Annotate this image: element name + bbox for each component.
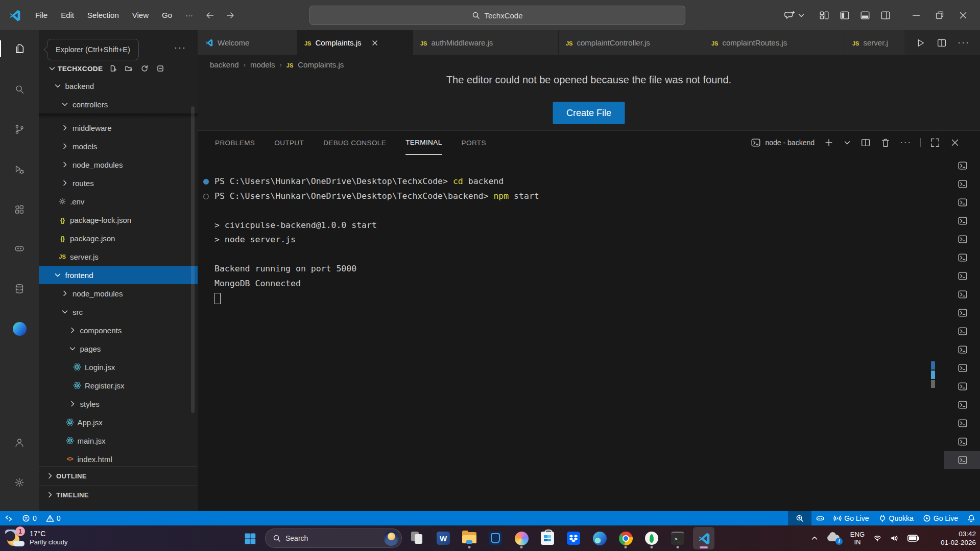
tab-Welcome[interactable]: Welcome bbox=[198, 30, 297, 55]
run-button[interactable] bbox=[915, 37, 926, 49]
breadcrumb-item[interactable]: Complaints.js bbox=[298, 60, 344, 69]
tree-item-Appjsx[interactable]: App.jsx bbox=[39, 413, 198, 431]
sidebar-scrollbar[interactable] bbox=[191, 106, 195, 413]
terminal-tab-icon[interactable] bbox=[944, 267, 980, 285]
tree-item-serverjs[interactable]: JSserver.js bbox=[39, 247, 198, 266]
tree-item-mainjsx[interactable]: main.jsx bbox=[39, 431, 198, 450]
menu-edit[interactable]: Edit bbox=[54, 0, 81, 30]
terminal-tab-icon[interactable] bbox=[944, 285, 980, 304]
status-quokka[interactable]: Quokka bbox=[874, 511, 918, 525]
nav-back-icon[interactable] bbox=[204, 10, 216, 21]
tray-chevron-up-icon[interactable] bbox=[810, 534, 819, 542]
activity-account[interactable] bbox=[0, 429, 39, 456]
split-editor-button[interactable] bbox=[936, 37, 947, 49]
taskbar-search[interactable]: Search bbox=[265, 529, 402, 548]
terminal-output[interactable]: PS C:\Users\Hunkar\OneDrive\Desktop\Tech… bbox=[204, 174, 539, 306]
clock[interactable]: 03:42 01-02-2026 bbox=[941, 525, 976, 551]
tree-item-routes[interactable]: routes bbox=[39, 174, 198, 192]
copilot-chat-button[interactable] bbox=[784, 10, 805, 21]
toggle-secondary-sidebar-icon[interactable] bbox=[880, 10, 891, 21]
terminal-tab-icon[interactable] bbox=[944, 414, 980, 432]
menu-view[interactable]: View bbox=[126, 0, 155, 30]
activity-run-debug[interactable] bbox=[0, 156, 39, 183]
terminal-tab-icon[interactable] bbox=[944, 432, 980, 451]
tree-item-pages[interactable]: pages bbox=[39, 339, 198, 358]
create-file-button[interactable]: Create File bbox=[553, 102, 625, 124]
breadcrumb-item[interactable]: backend bbox=[210, 60, 239, 69]
menu-go[interactable]: Go bbox=[155, 0, 179, 30]
terminal-tab-icon[interactable] bbox=[944, 396, 980, 414]
taskbar-dropbox[interactable] bbox=[563, 527, 584, 549]
taskbar-chrome[interactable] bbox=[615, 527, 636, 549]
restore-button[interactable] bbox=[928, 0, 951, 30]
terminal-tab-icon[interactable] bbox=[944, 377, 980, 396]
taskbar-blue-app[interactable] bbox=[485, 527, 506, 549]
activity-search[interactable] bbox=[0, 76, 39, 103]
status-go-live[interactable]: Go Live bbox=[829, 511, 873, 525]
workspace-section-header[interactable]: TECHXCODE bbox=[39, 60, 198, 77]
activity-edge-browser[interactable] bbox=[0, 315, 39, 342]
taskbar-mongodb-compass[interactable] bbox=[641, 527, 662, 549]
status-warnings[interactable]: 0 bbox=[41, 511, 65, 525]
onedrive-icon[interactable]: i bbox=[827, 533, 842, 543]
taskbar-photos[interactable] bbox=[407, 527, 428, 549]
wifi-icon[interactable] bbox=[873, 534, 881, 542]
panel-tab-ports[interactable]: PORTS bbox=[462, 131, 486, 154]
start-button[interactable] bbox=[239, 527, 260, 549]
status-go-live-2[interactable]: Go Live bbox=[918, 511, 963, 525]
taskbar-copilot[interactable] bbox=[511, 527, 532, 549]
tree-item-middleware[interactable]: middleware bbox=[39, 119, 198, 137]
split-terminal-button[interactable] bbox=[860, 137, 871, 148]
panel-more-actions[interactable]: ··· bbox=[900, 137, 912, 148]
terminal-tab-icon[interactable] bbox=[944, 193, 980, 212]
panel-tab-output[interactable]: OUTPUT bbox=[274, 131, 304, 154]
terminal-dropdown-button[interactable] bbox=[843, 139, 851, 147]
terminal-tab-icon[interactable] bbox=[944, 212, 980, 230]
tab-complaintRoutesjs[interactable]: JScomplaintRoutes.js bbox=[704, 30, 845, 55]
taskbar-word[interactable]: W bbox=[433, 527, 454, 549]
tree-item-packagejson[interactable]: {}package.json bbox=[39, 229, 198, 247]
breadcrumb[interactable]: backend›models›JSComplaints.js bbox=[210, 55, 344, 74]
tab-serverj[interactable]: JSserver.j bbox=[845, 30, 914, 55]
taskbar-file-explorer[interactable] bbox=[459, 527, 480, 549]
tree-item-packagelockjson[interactable]: {}package-lock.json bbox=[39, 211, 198, 229]
volume-icon[interactable] bbox=[890, 534, 898, 542]
close-button[interactable] bbox=[951, 0, 975, 30]
status-zoom[interactable] bbox=[788, 511, 811, 525]
activity-source-control[interactable] bbox=[0, 116, 39, 143]
new-file-icon[interactable] bbox=[109, 64, 117, 73]
sidebar-section-timeline[interactable]: TIMELINE bbox=[39, 485, 198, 504]
close-icon[interactable] bbox=[371, 39, 379, 47]
tab-complaintControllerjs[interactable]: JScomplaintController.js bbox=[559, 30, 704, 55]
customize-layout-icon[interactable] bbox=[819, 10, 830, 21]
nav-forward-icon[interactable] bbox=[225, 10, 236, 21]
panel-tab-terminal[interactable]: TERMINAL bbox=[405, 131, 442, 155]
terminal-tab-icon[interactable] bbox=[944, 451, 980, 469]
terminal-tab-icon[interactable] bbox=[944, 340, 980, 359]
terminal-tab-icon[interactable] bbox=[944, 175, 980, 193]
tree-item-frontend[interactable]: frontend bbox=[39, 266, 198, 284]
refresh-icon[interactable] bbox=[140, 64, 149, 73]
toggle-panel-icon[interactable] bbox=[859, 10, 871, 21]
tree-item-models[interactable]: models bbox=[39, 137, 198, 155]
language-indicator[interactable]: ENGIN bbox=[850, 531, 865, 546]
terminal-tab-icon[interactable] bbox=[944, 304, 980, 322]
toggle-sidebar-icon[interactable] bbox=[839, 10, 850, 21]
tree-item-env[interactable]: .env bbox=[39, 192, 198, 211]
status-errors[interactable]: 0 bbox=[17, 511, 41, 525]
tree-item-Registerjsx[interactable]: Register.jsx bbox=[39, 376, 198, 395]
kill-terminal-button[interactable] bbox=[880, 137, 891, 148]
terminal-tab-icon[interactable] bbox=[944, 248, 980, 267]
activity-explorer[interactable] bbox=[0, 35, 39, 62]
menu-selection[interactable]: Selection bbox=[81, 0, 126, 30]
terminal-tab-icon[interactable] bbox=[944, 359, 980, 377]
command-center-search[interactable]: TechxCode bbox=[309, 6, 685, 25]
activity-settings[interactable] bbox=[0, 469, 39, 496]
tree-item-backend[interactable]: backend bbox=[39, 77, 198, 95]
tree-item-components[interactable]: components bbox=[39, 321, 198, 339]
tab-Complaintsjs[interactable]: JSComplaints.js bbox=[297, 30, 413, 55]
tree-item-src[interactable]: src bbox=[39, 303, 198, 321]
taskbar-edge[interactable] bbox=[589, 527, 610, 549]
status-remote[interactable] bbox=[0, 511, 17, 525]
breadcrumb-item[interactable]: models bbox=[250, 60, 275, 69]
